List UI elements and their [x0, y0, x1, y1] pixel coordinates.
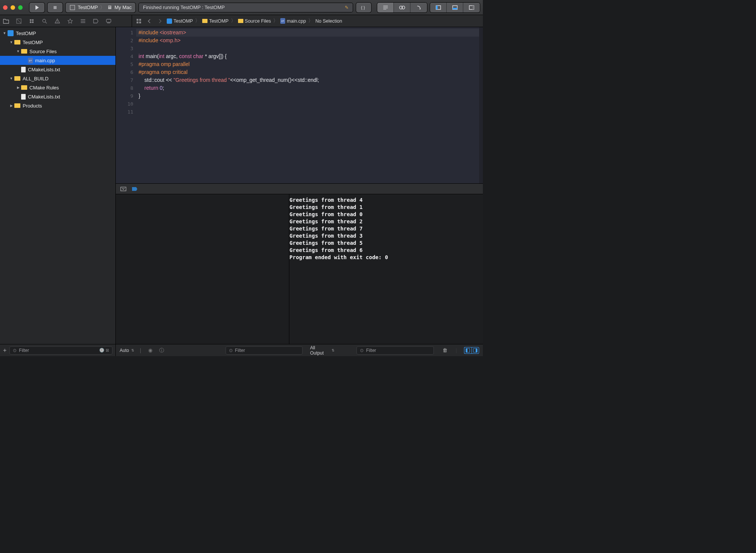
svg-rect-8 — [436, 6, 438, 9]
find-navigator-icon[interactable] — [41, 17, 48, 25]
console-scope-popup[interactable]: All Output — [310, 345, 335, 356]
svg-rect-23 — [137, 22, 138, 23]
filter-icon: ⊙ — [13, 348, 17, 353]
debug-navigator-icon[interactable] — [79, 17, 87, 25]
editor-scrollbar[interactable] — [479, 27, 483, 183]
breadcrumb-item[interactable]: main.cpp — [287, 18, 306, 24]
tree-item-label: TestOMP — [16, 31, 36, 36]
chevron-right-icon: 〉 — [100, 4, 105, 11]
source-control-navigator-icon[interactable] — [15, 17, 23, 25]
console-output[interactable]: Greetings from thread 4 Greetings from t… — [289, 194, 483, 344]
forward-button[interactable] — [156, 17, 164, 25]
tree-item-label: main.cpp — [35, 58, 55, 63]
svg-rect-27 — [466, 349, 467, 352]
bottom-panel-toggle[interactable] — [447, 3, 463, 12]
tree-item[interactable]: ▶Products — [0, 101, 115, 110]
tree-item[interactable]: ▼TestOMP — [0, 38, 115, 47]
navigator-tabbar: TestOMP〉 TestOMP〉 Source Files〉 main.cpp… — [0, 15, 483, 27]
folder-icon — [21, 49, 27, 54]
tree-item[interactable]: ▼ALL_BUILD — [0, 74, 115, 83]
debug-area: Greetings from thread 4 Greetings from t… — [116, 194, 483, 344]
breadcrumb-item[interactable]: No Selection — [315, 18, 342, 24]
code-review-button[interactable]: { } — [356, 3, 371, 12]
breakpoint-navigator-icon[interactable] — [92, 17, 100, 25]
console-pane-toggle[interactable] — [464, 347, 479, 354]
scheme-target: TestOMP — [78, 5, 98, 10]
symbol-navigator-icon[interactable] — [28, 17, 35, 25]
report-navigator-icon[interactable] — [105, 17, 112, 25]
scheme-destination: My Mac — [114, 5, 132, 10]
code-editor[interactable]: 1234567891011 #include <iostream> #inclu… — [116, 27, 483, 184]
issue-navigator-icon[interactable] — [54, 17, 61, 25]
editor-mode-group — [377, 3, 427, 12]
breadcrumb-item[interactable]: Source Files — [245, 18, 271, 24]
svg-rect-12 — [472, 6, 474, 9]
tree-item[interactable]: CMakeLists.txt — [0, 65, 115, 74]
info-icon[interactable]: ⓘ — [158, 347, 165, 354]
zoom-window-button[interactable] — [18, 5, 23, 10]
svg-point-18 — [43, 19, 46, 22]
breakpoint-toggle-icon[interactable] — [131, 185, 138, 193]
svg-rect-16 — [30, 22, 31, 23]
svg-rect-20 — [106, 19, 111, 22]
recent-filter-icon[interactable]: 🕘 ⊠ — [99, 348, 109, 353]
tree-item-label: CMakeLists.txt — [28, 94, 60, 100]
filter-icon: ⊙ — [360, 348, 364, 353]
back-button[interactable] — [146, 17, 153, 25]
tree-item[interactable]: ▼Source Files — [0, 47, 115, 56]
tree-item-label: Products — [23, 103, 42, 109]
standard-editor-button[interactable] — [377, 3, 394, 12]
tree-item[interactable]: ▼TestOMP — [0, 29, 115, 38]
add-button[interactable]: + — [3, 347, 6, 354]
folder-icon — [14, 103, 20, 108]
tree-item[interactable]: ▶CMake Rules — [0, 83, 115, 92]
wand-icon: ✎ — [345, 5, 349, 10]
svg-rect-24 — [139, 22, 141, 23]
variables-filter[interactable]: ⊙ Filter — [226, 346, 303, 355]
svg-rect-22 — [139, 19, 141, 21]
console-filter[interactable]: ⊙ Filter — [356, 346, 433, 355]
titlebar: TestOMP 〉 🖥 My Mac Finished running Test… — [0, 0, 483, 15]
window-controls — [3, 5, 23, 10]
line-gutter[interactable]: 1234567891011 — [116, 27, 136, 183]
svg-marker-0 — [35, 5, 39, 10]
tree-item[interactable]: main.cpp — [0, 56, 115, 65]
navigator-filter[interactable]: ⊙ Filter 🕘 ⊠ — [9, 346, 112, 355]
tree-item-label: ALL_BUILD — [23, 76, 49, 81]
breadcrumb-item[interactable]: TestOMP — [174, 18, 193, 24]
related-items-icon[interactable] — [135, 17, 143, 25]
right-panel-toggle[interactable] — [463, 3, 480, 12]
divider: ｜ — [138, 347, 143, 354]
assistant-editor-button[interactable] — [394, 3, 410, 12]
svg-rect-21 — [137, 19, 138, 21]
variables-scope-popup[interactable]: Auto — [120, 348, 134, 353]
svg-rect-10 — [453, 8, 457, 9]
run-button[interactable] — [29, 3, 45, 12]
breadcrumb-item[interactable]: TestOMP — [209, 18, 228, 24]
scheme-selector[interactable]: TestOMP 〉 🖥 My Mac — [66, 3, 135, 12]
code-area[interactable]: #include <iostream> #include <omp.h> int… — [136, 27, 483, 183]
status-text: Finished running TestOMP : TestOMP — [143, 5, 225, 10]
variables-view[interactable] — [116, 194, 289, 344]
proj-icon — [8, 30, 14, 36]
close-window-button[interactable] — [3, 5, 8, 10]
hide-debug-icon[interactable] — [120, 185, 127, 193]
tree-item[interactable]: CMakeLists.txt — [0, 92, 115, 101]
file-tree[interactable]: ▼TestOMP▼TestOMP▼Source Filesmain.cppCMa… — [0, 27, 115, 344]
debug-bottom-bar: Auto ｜ ◉ ⓘ ⊙ Filter All Output ⊙ Filter … — [116, 344, 483, 356]
activity-status[interactable]: Finished running TestOMP : TestOMP ✎ — [138, 3, 353, 12]
left-panel-toggle[interactable] — [430, 3, 447, 12]
minimize-window-button[interactable] — [11, 5, 15, 10]
folder-icon — [14, 76, 20, 81]
tree-item-label: Source Files — [29, 49, 57, 54]
svg-rect-1 — [54, 6, 57, 9]
version-editor-button[interactable] — [410, 3, 427, 12]
test-navigator-icon[interactable] — [66, 17, 74, 25]
svg-point-19 — [57, 22, 58, 23]
quicklook-icon[interactable]: ◉ — [147, 347, 154, 354]
breadcrumb[interactable]: TestOMP〉 TestOMP〉 Source Files〉 main.cpp… — [167, 18, 342, 24]
stop-button[interactable] — [48, 3, 63, 12]
file-cpp-icon — [28, 58, 33, 63]
trash-icon[interactable]: 🗑 — [441, 347, 449, 354]
project-navigator-icon[interactable] — [2, 17, 10, 25]
